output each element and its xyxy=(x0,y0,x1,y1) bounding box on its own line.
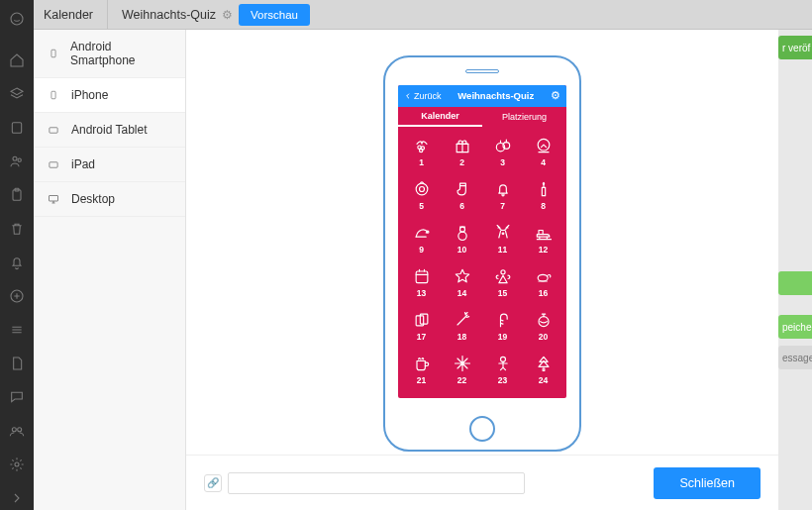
chevron-right-icon[interactable] xyxy=(8,489,26,507)
calendar-day-16[interactable]: 16 xyxy=(524,261,562,303)
menu-icon[interactable] xyxy=(8,321,26,339)
calendar-day-20[interactable]: 20 xyxy=(524,305,562,347)
calendar-day-3[interactable]: 3 xyxy=(483,131,522,172)
phone-home-button-icon xyxy=(469,416,495,442)
calendar-day-2[interactable]: 2 xyxy=(443,131,481,172)
mug-icon xyxy=(412,354,432,373)
candle-icon xyxy=(534,179,554,199)
calendar-day-11[interactable]: 11 xyxy=(483,218,522,259)
snowglobe-icon xyxy=(534,136,554,155)
device-item-android-tablet[interactable]: Android Tablet xyxy=(34,113,185,148)
device-list: Android SmartphoneiPhoneAndroid TabletiP… xyxy=(34,30,186,510)
angel-icon xyxy=(493,266,513,286)
calendar-grid: 123456789101112131415161718192021222324 xyxy=(398,127,566,398)
link-icon[interactable]: 🔗 xyxy=(204,474,222,492)
svg-point-27 xyxy=(459,227,464,232)
add-circle-icon[interactable] xyxy=(8,287,26,305)
svg-point-0 xyxy=(11,13,23,25)
status-chip-save[interactable]: peiche xyxy=(778,315,812,339)
desktop-icon xyxy=(46,193,61,205)
trash-icon[interactable] xyxy=(8,220,26,238)
settings-icon[interactable] xyxy=(8,456,26,473)
day-number: 2 xyxy=(459,157,464,167)
calendar-day-9[interactable]: 9 xyxy=(402,218,441,259)
calendar-day-17[interactable]: 17 xyxy=(402,305,441,347)
day-number: 14 xyxy=(457,288,466,298)
status-chip-message[interactable]: essage xyxy=(778,346,812,369)
title-gear-icon[interactable]: ⚙ xyxy=(222,8,233,22)
breadcrumb-section: Kalender xyxy=(44,8,107,22)
svg-rect-10 xyxy=(51,50,54,57)
calendar-day-12[interactable]: 12 xyxy=(524,218,562,259)
device-item-ipad[interactable]: iPad xyxy=(34,148,185,182)
holly-icon xyxy=(412,136,432,155)
tree-icon xyxy=(534,354,554,373)
gingerman-icon xyxy=(493,354,513,373)
wreath-icon xyxy=(412,179,432,199)
back-button[interactable]: Zurück xyxy=(404,91,442,101)
device-item-iphone[interactable]: iPhone xyxy=(34,78,185,113)
calendar-day-15[interactable]: 15 xyxy=(483,261,522,303)
day-number: 16 xyxy=(539,288,548,298)
calendar-day-19[interactable]: 19 xyxy=(483,305,522,347)
app-logo-icon[interactable] xyxy=(8,10,26,28)
turkey-icon xyxy=(534,266,554,286)
device-label: Desktop xyxy=(71,192,115,206)
calendar-day-10[interactable]: 10 xyxy=(443,218,481,259)
calendar-day-7[interactable]: 7 xyxy=(483,174,522,216)
phone-speaker-icon xyxy=(465,69,499,73)
svg-point-24 xyxy=(501,194,503,196)
svg-point-36 xyxy=(500,357,505,361)
calendar-day-1[interactable]: 1 xyxy=(402,131,441,172)
device-label: Android Tablet xyxy=(71,123,148,137)
pages-icon[interactable] xyxy=(8,119,26,137)
device-label: iPhone xyxy=(71,88,108,102)
calendar-day-4[interactable]: 4 xyxy=(524,131,562,172)
calendar-day-13[interactable]: 13 xyxy=(402,261,441,303)
smartphone-icon xyxy=(46,89,61,101)
calendar-day-22[interactable]: 22 xyxy=(443,349,481,390)
tablet-land-icon xyxy=(46,158,61,170)
day-number: 24 xyxy=(539,375,548,385)
app-settings-icon[interactable]: ⚙ xyxy=(551,89,560,102)
status-chip-green2[interactable] xyxy=(778,271,812,295)
calendar-day-6[interactable]: 6 xyxy=(443,174,481,216)
gift-icon xyxy=(453,136,472,155)
calendar-day-5[interactable]: 5 xyxy=(402,174,441,216)
device-item-android-smartphone[interactable]: Android Smartphone xyxy=(34,30,185,78)
preview-button[interactable]: Vorschau xyxy=(239,4,310,26)
svg-rect-13 xyxy=(50,161,57,167)
layers-icon[interactable] xyxy=(8,85,26,103)
group-icon[interactable] xyxy=(8,422,26,440)
snowflake-icon xyxy=(453,354,472,373)
svg-point-32 xyxy=(538,274,548,281)
close-button[interactable]: Schließen xyxy=(654,467,761,499)
tab-ranking[interactable]: Platzierung xyxy=(482,107,566,127)
calendar-day-21[interactable]: 21 xyxy=(402,349,441,390)
calendar-day-24[interactable]: 24 xyxy=(524,349,562,390)
svg-point-31 xyxy=(500,270,504,274)
device-item-desktop[interactable]: Desktop xyxy=(34,182,185,217)
tab-calendar[interactable]: Kalender xyxy=(398,107,482,127)
share-link-input[interactable] xyxy=(228,472,525,494)
calendar-day-8[interactable]: 8 xyxy=(524,174,562,216)
reindeer-icon xyxy=(493,223,513,243)
svg-rect-25 xyxy=(542,187,545,195)
home-icon[interactable] xyxy=(8,51,26,69)
bauble-icon xyxy=(493,136,513,155)
sparkler-icon xyxy=(453,310,472,330)
bauble2-icon xyxy=(534,310,554,330)
candycane-icon xyxy=(493,310,513,330)
calendar-day-18[interactable]: 18 xyxy=(443,305,481,347)
bell-icon[interactable] xyxy=(8,254,26,271)
calendar-day-14[interactable]: 14 xyxy=(443,261,481,303)
back-label: Zurück xyxy=(414,91,442,101)
users-icon[interactable] xyxy=(8,153,26,170)
svg-point-23 xyxy=(419,187,424,192)
status-chip-publish[interactable]: r veröf xyxy=(778,36,812,59)
clipboard-icon[interactable] xyxy=(8,186,26,204)
day-number: 17 xyxy=(417,332,426,342)
file-icon[interactable] xyxy=(8,355,26,372)
calendar-day-23[interactable]: 23 xyxy=(483,349,522,390)
chat-icon[interactable] xyxy=(8,388,26,406)
